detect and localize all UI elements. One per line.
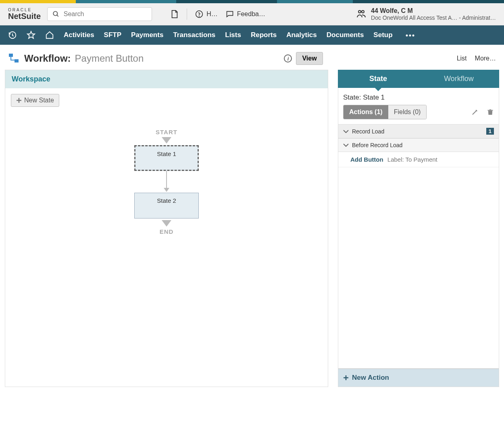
trigger-before-record-load[interactable]: Before Record Load: [338, 138, 499, 152]
action-detail: Label: To Payment: [387, 156, 437, 163]
help-icon: [195, 10, 203, 18]
new-state-label: New State: [24, 97, 54, 104]
svg-marker-6: [27, 31, 35, 38]
svg-point-7: [406, 35, 408, 37]
search-box[interactable]: [47, 7, 152, 21]
trigger-label: Before Record Load: [352, 142, 402, 148]
header-icons: H… Feedba…: [171, 8, 265, 20]
side-panel: State Workflow State: State 1 Actions (1…: [338, 70, 499, 387]
state-title-name: State 1: [363, 94, 385, 101]
user-icon: [356, 9, 366, 19]
nav-documents[interactable]: Documents: [327, 31, 364, 39]
fields-pill[interactable]: Fields (0): [388, 105, 427, 119]
svg-point-4: [358, 10, 361, 13]
view-button[interactable]: View: [296, 52, 323, 65]
user-text: 44 Wolfe, C M Doc OneWorld All Access Te…: [371, 7, 496, 21]
plus-icon: [16, 98, 22, 103]
workspace-panel: Workspace New State START State 1 State …: [5, 70, 328, 387]
state-1-label: State 1: [157, 150, 176, 157]
document-icon: [171, 10, 179, 19]
svg-point-5: [362, 10, 364, 13]
nav-bar: Activities SFTP Payments Transactions Li…: [0, 25, 504, 45]
nav-analytics[interactable]: Analytics: [286, 31, 317, 39]
action-name[interactable]: Add Button: [350, 156, 383, 163]
nav-sftp[interactable]: SFTP: [104, 31, 121, 39]
edit-button[interactable]: [471, 108, 479, 116]
info-icon[interactable]: i: [284, 54, 292, 62]
state-title: State: State 1: [338, 88, 499, 105]
user-sub: Doc OneWorld All Access Test A… - Admini…: [371, 15, 496, 21]
trigger-label: Record Load: [352, 128, 384, 135]
nav-reports[interactable]: Reports: [251, 31, 277, 39]
feedback-icon: [226, 10, 234, 18]
page-title-label: Workflow:: [24, 53, 71, 64]
history-icon[interactable]: [8, 31, 17, 40]
new-action-label: New Action: [352, 374, 389, 382]
home-icon[interactable]: [45, 31, 54, 40]
state-2-label: State 2: [157, 197, 176, 204]
tab-state[interactable]: State: [338, 70, 419, 88]
page-header: Workflow: Payment Button i View List Mor…: [5, 45, 499, 70]
svg-point-8: [409, 35, 411, 37]
nav-payments[interactable]: Payments: [131, 31, 163, 39]
connector-arrow-icon: [166, 171, 167, 191]
svg-rect-10: [9, 54, 13, 57]
user-section[interactable]: 44 Wolfe, C M Doc OneWorld All Access Te…: [356, 7, 496, 21]
trigger-record-load[interactable]: Record Load 1: [338, 124, 499, 138]
tab-workflow[interactable]: Workflow: [419, 70, 499, 88]
svg-point-0: [53, 11, 57, 15]
state-box-2[interactable]: State 2: [134, 193, 199, 219]
start-label: START: [156, 129, 177, 135]
side-body: State: State 1 Actions (1) Fields (0): [338, 88, 499, 387]
start-arrow-icon: [162, 137, 171, 144]
logo[interactable]: ORACLE NetSuite: [8, 8, 41, 20]
document-icon-btn[interactable]: [171, 10, 179, 19]
nav-activities[interactable]: Activities: [64, 31, 94, 39]
search-icon: [52, 10, 60, 18]
nav-setup[interactable]: Setup: [373, 31, 392, 39]
star-icon[interactable]: [27, 31, 35, 40]
nav-lists[interactable]: Lists: [225, 31, 241, 39]
feedback-label: Feedba…: [237, 10, 265, 18]
user-name: 44 Wolfe, C M: [371, 7, 496, 15]
workflow-diagram: START State 1 State 2 END: [134, 129, 199, 235]
decorative-stripe: [0, 0, 504, 3]
search-input[interactable]: [64, 10, 147, 18]
page-title: Workflow: Payment Button: [24, 53, 144, 64]
workflow-icon: [8, 53, 19, 64]
new-action-button[interactable]: New Action: [338, 368, 499, 387]
page-title-name: Payment Button: [75, 53, 144, 64]
end-label: END: [160, 228, 174, 235]
help-label: H…: [206, 10, 218, 18]
state-title-label: State:: [343, 94, 361, 101]
workspace-canvas[interactable]: New State START State 1 State 2 END: [5, 88, 328, 387]
svg-point-3: [199, 16, 200, 17]
trigger-count-badge: 1: [486, 128, 494, 135]
help-btn[interactable]: H…: [195, 10, 218, 18]
workspace-header: Workspace: [5, 70, 328, 88]
chevron-down-icon: [343, 144, 349, 147]
svg-point-9: [412, 35, 414, 37]
state-box-1[interactable]: State 1: [134, 145, 199, 171]
delete-button[interactable]: [487, 108, 494, 116]
pill-group: Actions (1) Fields (0): [343, 105, 427, 119]
new-state-button[interactable]: New State: [11, 94, 59, 107]
svg-line-1: [57, 15, 58, 17]
global-header: ORACLE NetSuite H… Feedba… 44 Wolfe, C M…: [0, 3, 504, 25]
divider: [187, 8, 187, 20]
logo-netsuite: NetSuite: [8, 12, 41, 20]
actions-pill[interactable]: Actions (1): [344, 105, 388, 119]
feedback-btn[interactable]: Feedba…: [226, 10, 265, 18]
trash-icon: [487, 108, 494, 116]
nav-more-icon[interactable]: [406, 32, 414, 38]
nav-transactions[interactable]: Transactions: [173, 31, 215, 39]
svg-rect-11: [15, 59, 19, 62]
plus-icon: [343, 375, 349, 381]
end-arrow-icon: [162, 220, 171, 227]
side-tabs: State Workflow: [338, 70, 499, 88]
action-row[interactable]: Add Button Label: To Payment: [338, 152, 499, 167]
pill-row: Actions (1) Fields (0): [338, 105, 499, 124]
more-link[interactable]: More…: [475, 55, 496, 62]
chevron-down-icon: [343, 130, 349, 133]
list-link[interactable]: List: [457, 55, 467, 62]
